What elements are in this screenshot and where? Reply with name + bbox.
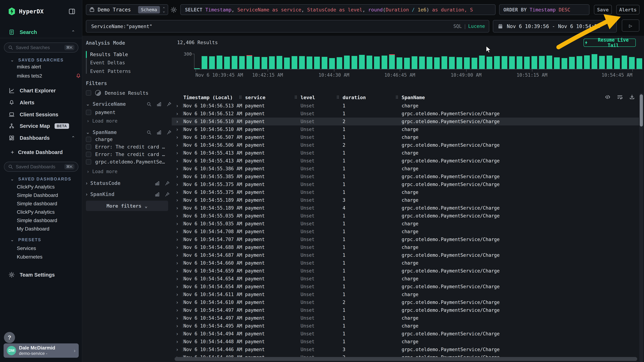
histogram-bar[interactable] [472, 58, 477, 69]
row-expand-chevron[interactable]: › [176, 339, 179, 345]
mode-results-table[interactable]: Results Table [90, 52, 128, 57]
histogram-bar[interactable] [344, 56, 350, 69]
row-expand-chevron[interactable]: › [176, 300, 179, 305]
row-expand-chevron[interactable]: › [176, 284, 179, 290]
chevron-right-icon[interactable]: › [86, 181, 88, 186]
field-chart-icon[interactable] [154, 192, 160, 197]
lang-sql[interactable]: SQL [453, 23, 462, 29]
table-row[interactable]: › Nov 6 10:54:56.510 AM payment Unset 2 … [172, 118, 639, 125]
row-expand-chevron[interactable]: › [176, 347, 179, 353]
row-expand-chevron[interactable]: › [176, 119, 179, 125]
histogram-bar[interactable] [614, 58, 620, 69]
more-filters-button[interactable]: More filters ⌄ [86, 201, 168, 211]
histogram-bar[interactable] [599, 56, 605, 69]
lang-lucene[interactable]: Lucene [468, 23, 485, 29]
download-icon[interactable] [629, 94, 635, 100]
row-expand-chevron[interactable]: › [176, 221, 179, 227]
table-row[interactable]: › Nov 6 10:54:54.688 AM payment Unset 1 … [172, 243, 639, 251]
row-expand-chevron[interactable]: › [176, 268, 179, 274]
histogram-bar[interactable] [314, 57, 320, 69]
run-query-button[interactable]: ▷ [622, 19, 639, 32]
histogram-bar[interactable] [359, 55, 365, 69]
histogram-bar[interactable] [232, 56, 238, 69]
saved-search-item[interactable]: mikes alert [17, 64, 81, 70]
histogram-bar[interactable] [352, 56, 357, 69]
row-expand-chevron[interactable]: › [176, 323, 179, 329]
table-row[interactable]: › Nov 6 10:54:54.654 AM payment Unset 1 … [172, 283, 639, 291]
sidebar-item-alerts[interactable]: Alerts [0, 98, 82, 108]
table-row[interactable]: › Nov 6 10:54:55.386 AM payment Unset 1 … [172, 165, 639, 173]
source-settings-gear-icon[interactable] [170, 6, 177, 13]
table-row[interactable]: › Nov 6 10:54:54.610 AM payment Unset 2 … [172, 298, 639, 306]
table-row[interactable]: › Nov 6 10:54:56.513 AM payment Unset 1 … [172, 102, 639, 110]
histogram-bar[interactable] [306, 56, 312, 69]
presets-section-header[interactable]: ⌄ PRESETS [10, 237, 41, 242]
col-level[interactable]: level [300, 95, 315, 100]
row-expand-chevron[interactable]: › [176, 331, 179, 337]
filter-section-servicename[interactable]: ⌄ ServiceName [86, 101, 126, 107]
filter-value-row[interactable]: charge [86, 137, 166, 142]
row-expand-chevron[interactable]: › [176, 276, 179, 282]
row-expand-chevron[interactable]: › [176, 307, 179, 313]
chevron-down-icon[interactable]: ⌄ [86, 101, 90, 107]
field-search-icon[interactable] [146, 130, 152, 135]
saved-dashboards-search-input[interactable]: Saved Dashboards ⌘K [4, 162, 78, 172]
histogram-bar[interactable] [412, 56, 417, 69]
saved-searches-search-input[interactable]: Saved Searches ⌘K [4, 42, 78, 52]
sidebar-item-dashboards[interactable]: Dashboards ⌃ [0, 133, 82, 143]
filter-value-row[interactable]: Error: The credit card … [86, 144, 166, 150]
histogram-bar[interactable] [284, 57, 290, 69]
row-expand-chevron[interactable]: › [176, 166, 179, 172]
results-histogram[interactable] [194, 54, 642, 69]
saved-dashboard-item[interactable]: ClickPy Analytics [17, 209, 55, 215]
vertical-scrollbar-track[interactable] [639, 93, 643, 362]
field-search-icon[interactable] [146, 102, 152, 107]
sidebar-item-chart-explorer[interactable]: Chart Explorer [0, 86, 82, 96]
mode-event-deltas[interactable]: Event Deltas [90, 60, 125, 65]
saved-search-item[interactable]: mikes tets2 [17, 73, 81, 79]
row-expand-chevron[interactable]: › [176, 174, 179, 180]
table-row[interactable]: › Nov 6 10:54:56.512 AM payment Unset 1 … [172, 110, 639, 118]
column-drag-handle-icon[interactable]: ⠿ [294, 95, 298, 100]
filter-checkbox[interactable] [86, 144, 91, 150]
table-row[interactable]: › Nov 6 10:54:56.510 AM payment Unset 1 … [172, 125, 639, 133]
row-expand-chevron[interactable]: › [176, 252, 179, 258]
saved-dashboard-item[interactable]: My Dashboard [17, 226, 49, 232]
histogram-bar[interactable] [382, 56, 387, 69]
user-menu[interactable]: DM Dale McDiarmid demo-service - › [4, 344, 79, 358]
field-pin-icon[interactable] [166, 130, 172, 135]
load-more-servicename[interactable]: › Load more [86, 118, 118, 124]
filter-section-spanname[interactable]: ⌄ SpanName [86, 129, 117, 135]
table-row[interactable]: › Nov 6 10:54:55.189 AM payment Unset 3 … [172, 196, 639, 204]
filter-checkbox[interactable] [86, 159, 91, 165]
date-range-picker[interactable]: Nov 6 10:39:56 - Nov 6 10:54:56 [493, 20, 617, 32]
row-expand-chevron[interactable]: › [176, 181, 179, 187]
histogram-bar[interactable] [254, 57, 260, 69]
histogram-bar[interactable] [524, 57, 530, 69]
table-row[interactable]: › Nov 6 10:54:55.385 AM payment Unset 1 … [172, 173, 639, 181]
histogram-bar[interactable] [576, 56, 582, 69]
table-row[interactable]: › Nov 6 10:54:54.708 AM payment Unset 1 … [172, 228, 639, 235]
field-chart-icon[interactable] [154, 181, 160, 186]
sidebar-item-team-settings[interactable]: Team Settings [0, 270, 82, 280]
saved-dashboard-item[interactable]: Simple dashboard [17, 201, 57, 206]
row-expand-chevron[interactable]: › [176, 150, 179, 156]
histogram-bar[interactable] [434, 57, 440, 69]
table-row[interactable]: › Nov 6 10:54:55.375 AM payment Unset 1 … [172, 181, 639, 188]
row-expand-chevron[interactable]: › [176, 127, 179, 132]
histogram-bar[interactable] [532, 56, 537, 69]
save-button[interactable]: Save [594, 5, 612, 14]
table-row[interactable]: › Nov 6 10:54:54.495 AM payment Unset 1 … [172, 322, 639, 330]
table-row[interactable]: › Nov 6 10:54:54.494 AM payment Unset 1 … [172, 330, 639, 338]
histogram-bar[interactable] [509, 56, 515, 69]
histogram-bar[interactable] [299, 56, 305, 69]
search-query-input[interactable]: ServiceName:"payment" SQL|Lucene [86, 20, 489, 32]
histogram-bar[interactable] [479, 56, 485, 69]
row-expand-chevron[interactable]: › [176, 142, 179, 148]
table-row[interactable]: › Nov 6 10:54:55.035 AM payment Unset 1 … [172, 220, 639, 228]
histogram-bar[interactable] [224, 57, 230, 69]
table-row[interactable]: › Nov 6 10:54:55.035 AM payment Unset 1 … [172, 212, 639, 220]
row-expand-chevron[interactable]: › [176, 229, 179, 235]
field-chart-icon[interactable] [156, 130, 162, 135]
histogram-bar[interactable] [546, 56, 552, 69]
